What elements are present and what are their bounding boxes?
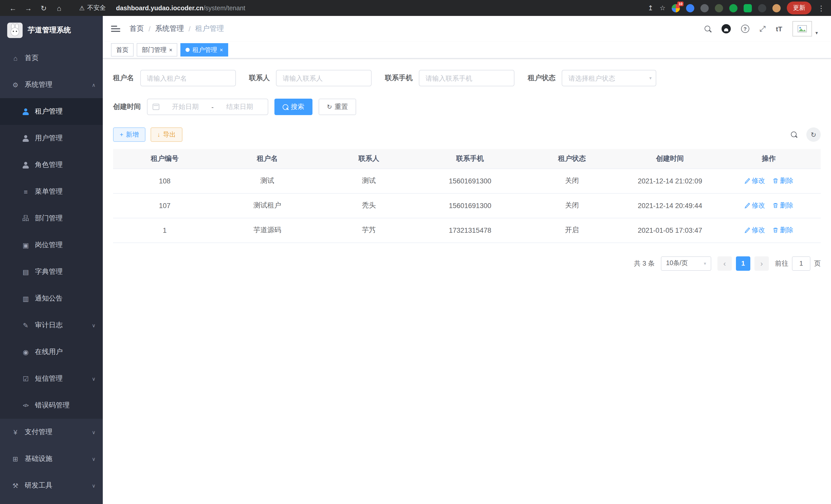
sidebar-item-pay[interactable]: ¥ 支付管理 ∨ [0, 419, 103, 445]
app-title: 芋道管理系统 [28, 26, 71, 35]
extension-icon-3[interactable] [700, 4, 709, 12]
pagination: 共 3 条 10条/页 ▾ ‹ 1 › 前往 页 [113, 256, 821, 270]
goto-page: 前往 页 [775, 256, 821, 270]
tab-tenant[interactable]: 租户管理 × [181, 43, 228, 57]
github-icon[interactable] [721, 24, 731, 33]
goto-page-input[interactable] [792, 256, 810, 270]
prev-page-button[interactable]: ‹ [717, 256, 732, 270]
code-icon: </> [22, 403, 30, 408]
delete-link[interactable]: 删除 [772, 201, 794, 210]
update-button[interactable]: 更新 [787, 2, 811, 14]
tab-dept[interactable]: 部门管理 × [137, 43, 177, 57]
sidebar-item-errorcode[interactable]: </> 错误码管理 [0, 392, 103, 419]
sidebar-item-dept[interactable]: 品 部门管理 [0, 205, 103, 232]
main-content: 租户名 联系人 联系手机 租户状态 ▾ 创建时间 [103, 59, 831, 504]
app-logo[interactable]: 芋道管理系统 [0, 16, 103, 45]
extension-icon-1[interactable]: 10 [672, 4, 680, 12]
address-bar[interactable]: dashboard.yudao.iocoder.cn/system/tenant [116, 4, 246, 11]
sidebar-item-online[interactable]: ◉ 在线用户 [0, 338, 103, 365]
page-unit-label: 页 [814, 259, 821, 268]
back-icon[interactable]: ← [6, 4, 20, 12]
edit-link[interactable]: 修改 [744, 176, 765, 185]
delete-link[interactable]: 删除 [772, 176, 794, 185]
status-label: 租户状态 [528, 73, 555, 83]
hamburger-icon[interactable] [111, 25, 120, 32]
sidebar-item-notice[interactable]: ▥ 通知公告 [0, 285, 103, 312]
cell-tenant-name: 测试 [217, 169, 318, 193]
fullscreen-icon[interactable]: ⤢ [760, 24, 766, 33]
date-range-picker[interactable]: 开始日期 - 结束日期 [147, 99, 268, 115]
sidebar-item-system[interactable]: ⚙ 系统管理 ∧ [0, 71, 103, 98]
chevron-down-icon: ∨ [92, 483, 95, 488]
broken-image-icon [798, 25, 807, 32]
sidebar-item-infra[interactable]: ⊞ 基础设施 ∨ [0, 445, 103, 472]
breadcrumb-item[interactable]: 首页 [130, 24, 144, 33]
sidebar-item-label: 支付管理 [25, 427, 52, 437]
status-select[interactable]: ▾ [562, 70, 656, 86]
chevron-down-icon: ▾ [704, 261, 706, 266]
font-size-icon[interactable]: tT [776, 25, 782, 33]
export-button[interactable]: ↓ 导出 [150, 127, 182, 142]
sidebar-item-sms[interactable]: ☑ 短信管理 ∨ [0, 365, 103, 392]
sidebar-item-role[interactable]: 角色管理 [0, 152, 103, 178]
phone-input[interactable] [419, 70, 514, 86]
current-page-button[interactable]: 1 [736, 256, 750, 270]
delete-link[interactable]: 删除 [772, 226, 794, 235]
avatar [793, 21, 812, 36]
search-icon[interactable] [705, 25, 711, 32]
logo-image [7, 23, 23, 38]
sidebar-item-post[interactable]: ▣ 岗位管理 [0, 232, 103, 259]
filter-phone: 联系手机 [385, 70, 514, 86]
extension-icon-4[interactable] [715, 4, 723, 12]
currency-icon: ¥ [11, 428, 20, 436]
security-chip[interactable]: ⚠ 不安全 [79, 4, 106, 12]
sidebar-item-home[interactable]: ⌂ 首页 [0, 45, 103, 71]
next-page-button[interactable]: › [754, 256, 769, 270]
profile-avatar-icon[interactable] [772, 4, 781, 12]
sidebar-item-dict[interactable]: ▤ 字典管理 [0, 259, 103, 285]
sidebar-item-menu[interactable]: ≡ 菜单管理 [0, 178, 103, 205]
extension-icon-2[interactable] [686, 4, 694, 12]
contact-input[interactable] [276, 70, 372, 86]
tools-icon: ⚒ [11, 482, 20, 490]
breadcrumb-item[interactable]: 系统管理 [155, 24, 184, 33]
search-button[interactable]: 搜索 [275, 99, 312, 115]
page-size-select[interactable]: 10条/页 ▾ [661, 256, 711, 270]
header-actions: ? ⤢ tT ▼ [705, 21, 819, 36]
bookmark-star-icon[interactable]: ☆ [660, 4, 665, 12]
extension-icon-7[interactable] [758, 4, 766, 12]
extension-icon-5[interactable] [729, 4, 738, 12]
sidebar-item-tenant[interactable]: 租户管理 [0, 98, 103, 125]
forward-icon[interactable]: → [22, 4, 35, 12]
cell-contact: 测试 [318, 169, 420, 193]
chevron-down-icon: ∨ [92, 429, 95, 435]
reload-icon[interactable]: ↻ [37, 4, 50, 12]
filter-create-time: 创建时间 开始日期 - 结束日期 [113, 99, 268, 115]
reset-button[interactable]: ↻ 重置 [319, 99, 356, 115]
edit-link[interactable]: 修改 [744, 226, 765, 235]
tenant-name-input[interactable] [140, 70, 236, 86]
browser-home-icon[interactable]: ⌂ [52, 4, 66, 12]
toggle-search-icon[interactable] [787, 127, 801, 142]
total-count: 共 3 条 [634, 259, 655, 268]
close-icon[interactable]: × [220, 47, 223, 53]
log-icon: ✎ [22, 321, 30, 329]
download-icon: ↓ [157, 131, 160, 138]
close-icon[interactable]: × [169, 47, 172, 53]
refresh-table-icon[interactable]: ↻ [806, 127, 821, 142]
sidebar-item-user[interactable]: 用户管理 [0, 125, 103, 152]
status-select-input[interactable] [562, 70, 656, 86]
extension-icon-6[interactable] [744, 4, 752, 12]
add-button[interactable]: + 新增 [113, 127, 145, 142]
tab-home[interactable]: 首页 [111, 43, 134, 57]
browser-menu-icon[interactable]: ⋮ [818, 4, 825, 12]
sidebar-item-audit[interactable]: ✎ 审计日志 ∨ [0, 312, 103, 338]
edit-link[interactable]: 修改 [744, 201, 765, 210]
start-date-placeholder: 开始日期 [163, 102, 208, 112]
cell-tenant-name: 芋道源码 [217, 218, 318, 242]
user-avatar-menu[interactable]: ▼ [793, 21, 819, 36]
sidebar-item-devtools[interactable]: ⚒ 研发工具 ∨ [0, 472, 103, 499]
share-icon[interactable]: ↥ [648, 4, 654, 12]
plus-icon: + [120, 131, 123, 138]
help-icon[interactable]: ? [741, 25, 749, 33]
